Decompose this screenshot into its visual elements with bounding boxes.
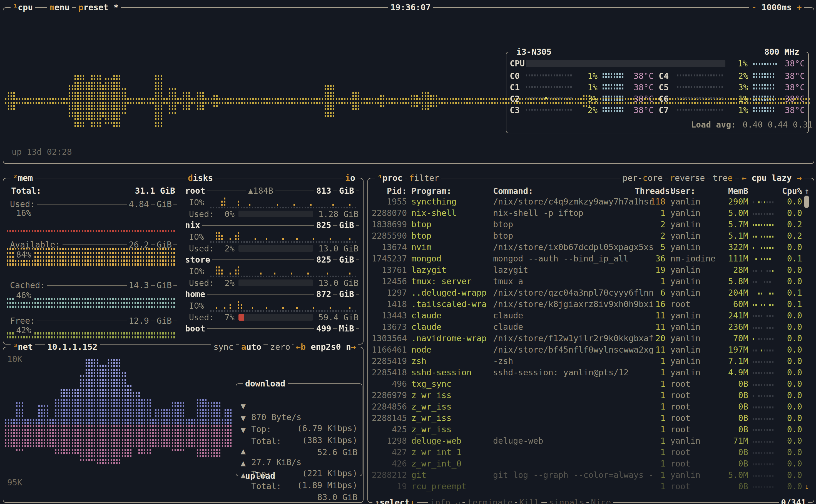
next-interface-button[interactable]: → (351, 342, 356, 352)
select-up-icon[interactable]: ↑ (375, 498, 380, 504)
menu-button[interactable]: menu (47, 2, 72, 13)
table-row[interactable]: 2288145 z_wr_iss 1 root 0B 0.0 (368, 413, 813, 424)
program-cell: .navidrome-wrap (411, 333, 487, 344)
pid-cell: 12456 (371, 276, 407, 287)
table-row[interactable]: 1955 syncthing /nix/store/c4q9zmkzy9awy7… (368, 196, 813, 208)
disk-used-value: 1.28 GiB (317, 209, 359, 219)
program-cell: sshd-session (411, 367, 472, 378)
cpu-cell: 0.1 (777, 253, 802, 264)
net-zero-button[interactable]: zero (268, 341, 292, 353)
threads-cell: 11 (635, 321, 665, 333)
table-row[interactable]: 13443 claude claude 11 yanlin 241M 0.0 (368, 310, 813, 321)
table-row[interactable]: 2285590 btop btop 2 yanlin 5.1M 0.2 (368, 230, 813, 242)
cpu-cell: 0.0 (777, 435, 802, 446)
net-interface-switcher[interactable]: ←b enp2s0 n→ (293, 341, 358, 353)
command-cell: /nix/store/k8jgiaxrz8iv9xh0h9bxi (493, 299, 654, 310)
scroll-down-icon[interactable]: ↓ (804, 481, 809, 492)
table-row[interactable]: 2288212 git git log --graph --color=alwa… (368, 470, 813, 481)
program-cell: tmux: server (411, 276, 472, 287)
nice-button[interactable]: Nice (589, 497, 613, 504)
threads-cell: 1 (635, 208, 665, 219)
disk-used-label: Used: (189, 312, 214, 323)
table-row[interactable]: 2288070 nix-shell nix-shell -p iftop 1 y… (368, 208, 813, 219)
terminate-button[interactable]: terminate (465, 497, 515, 504)
table-row[interactable]: 2285419 zsh -zsh 1 yanlin 7.1M 0.0 (368, 356, 813, 367)
cpu-cell: 0.1 (777, 299, 802, 310)
cpu-history-mini-graph (753, 279, 777, 285)
core-percent: 1% (727, 93, 748, 104)
program-cell: mongod (411, 253, 441, 264)
threads-cell: 1 (635, 447, 665, 458)
cpu-cell: 0.2 (777, 219, 802, 230)
program-cell: lazygit (411, 265, 446, 276)
program-cell: btop (411, 219, 431, 230)
cpu-history-mini-graph (753, 427, 777, 433)
table-row[interactable]: 1303564 .navidrome-wrap /nix/store/f12w1… (368, 333, 813, 344)
interval-decrease-button[interactable]: - (752, 3, 757, 12)
table-row[interactable]: 427 z_wr_int_1 1 root 0B 0.0 (368, 447, 813, 458)
table-row[interactable]: 1745237 mongod mongod --auth --bind_ip_a… (368, 253, 813, 265)
table-row[interactable]: 426 z_wr_int_0 1 root 0B 0.0 (368, 458, 813, 470)
pid-cell: 496 (371, 378, 407, 390)
disk-used-meter (238, 245, 313, 252)
core-row: C7 1% 38°C (506, 105, 807, 116)
program-cell: txg_sync (411, 378, 452, 390)
cpu-history-mini-graph (753, 325, 777, 330)
pid-cell: 1418 (371, 299, 407, 310)
core-temp: 38°C (780, 105, 805, 116)
cpu-history-mini-graph (753, 245, 777, 251)
net-panel-title[interactable]: ³net (11, 341, 35, 353)
disk-used-value: 13.0 GiB (317, 243, 359, 254)
preset-button[interactable]: preset * (76, 2, 121, 13)
program-cell: zsh (411, 356, 426, 367)
disk-io-graph (210, 266, 359, 278)
pid-cell: 13443 (371, 310, 407, 321)
kill-button[interactable]: Kill (517, 497, 541, 504)
info-button[interactable]: info ↵ (428, 497, 462, 504)
cpu-history-mini-graph (753, 256, 777, 262)
net-info-value: (1.89 Mibps) (278, 480, 357, 491)
interval-increase-button[interactable]: + (797, 3, 802, 12)
table-row[interactable]: 19 rcu_preempt 1 root 0B 0.0 (368, 481, 813, 492)
cpu-cell: 0.1 (777, 287, 802, 298)
signals-button[interactable]: signals (547, 497, 586, 504)
cpu-panel-title[interactable]: ¹cpu (11, 2, 35, 13)
cpu-history-mini-graph (753, 234, 777, 239)
net-info-value: 83.0 GiB (278, 492, 357, 503)
table-row[interactable]: 13761 lazygit lazygit 19 yanlin 28M 0.0 (368, 265, 813, 276)
disk-used-percent: 2% (215, 243, 235, 254)
table-row[interactable]: 496 txg_sync 1 root 0B 0.0 (368, 378, 813, 390)
program-cell: deluge-web (411, 435, 462, 446)
table-row[interactable]: 1297 ..deluged-wrapp /nix/store/qzc04a3n… (368, 287, 813, 299)
table-row[interactable]: 1298 deluge-web deluge-web 1 yanlin 71M … (368, 435, 813, 447)
table-row[interactable]: 1838699 btop btop 2 yanlin 5.7M 0.2 (368, 219, 813, 230)
net-sync-button[interactable]: sync (211, 341, 236, 353)
user-cell: root (670, 413, 690, 424)
core-temp-graph (753, 73, 776, 80)
table-row[interactable]: 1418 .tailscaled-wra /nix/store/k8jgiaxr… (368, 299, 813, 310)
table-row[interactable]: 2286979 z_wr_iss 1 root 0B 0.0 (368, 390, 813, 401)
table-row[interactable]: 13673 claude claude 11 yanlin 236M 0.0 (368, 321, 813, 333)
disk-rule: store 825 GiB (185, 255, 359, 265)
select-down-icon[interactable]: ↓ (410, 498, 415, 504)
disk-activity: 184B (253, 186, 273, 196)
table-row[interactable]: 12456 tmux: server tmux a 1 yanlin 5.8M … (368, 276, 813, 287)
disk-size-unit: GiB (339, 255, 354, 265)
prev-interface-button[interactable]: ←b (296, 342, 306, 352)
table-row[interactable]: 13674 nvim /nix/store/ix0b67dcdpl05xpagx… (368, 242, 813, 253)
cpu-cell: 0.0 (777, 424, 802, 435)
core-temp-graph (753, 84, 776, 91)
cpu-panel-label: cpu (18, 3, 33, 12)
table-row[interactable]: 425 z_wr_iss 1 root 0B 0.0 (368, 424, 813, 435)
cpu-cell: 0.0 (777, 333, 802, 344)
table-row[interactable]: 1166461 node /nix/store/bf45nflf0wylnscw… (368, 344, 813, 356)
program-cell: rcu_preempt (411, 481, 467, 492)
net-auto-button[interactable]: auto (239, 341, 263, 353)
cpu-history-mini-graph (753, 359, 777, 365)
disk-used-meter (238, 314, 313, 321)
select-control[interactable]: ↑select↓ (372, 497, 417, 504)
table-row[interactable]: 2285418 sshd-session sshd-session: yanli… (368, 367, 813, 378)
mem-cell: 5.0M (710, 470, 748, 481)
table-row[interactable]: 2284856 z_wr_iss 1 root 0B 0.0 (368, 401, 813, 413)
update-interval-control[interactable]: - 1000ms + (749, 2, 804, 13)
